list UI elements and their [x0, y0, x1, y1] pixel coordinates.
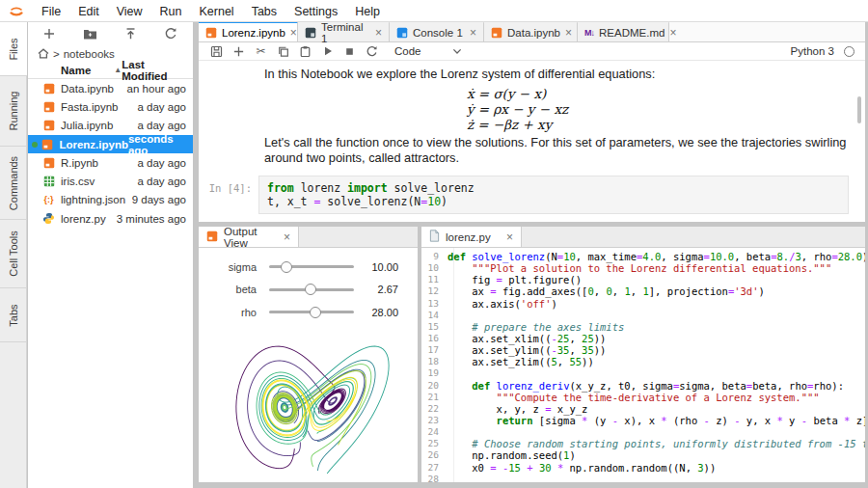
- tab-readme-md[interactable]: M↓README.md×: [578, 21, 669, 41]
- file-modified: a day ago: [137, 120, 186, 131]
- restart-kernel-button[interactable]: [365, 44, 379, 59]
- tab-output-view[interactable]: Output View ×: [199, 227, 299, 247]
- paste-cells-button[interactable]: [298, 44, 312, 59]
- sidebar-tab-cell-tools[interactable]: Cell Tools: [0, 220, 26, 288]
- slider-track[interactable]: [269, 311, 354, 313]
- tab-console-1[interactable]: Console 1×: [390, 21, 484, 41]
- stop-kernel-button[interactable]: [342, 44, 357, 59]
- kernel-name[interactable]: Python 3: [791, 45, 834, 57]
- editor-line[interactable]: 11 fig = plt.figure(): [421, 274, 865, 285]
- editor-line[interactable]: 24: [421, 426, 865, 438]
- sidebar-tab-running[interactable]: Running: [0, 76, 26, 147]
- breadcrumb-folder[interactable]: notebooks: [64, 48, 115, 60]
- editor-line[interactable]: 21 """Compute the time-derivative of a L…: [421, 392, 865, 403]
- slider-track[interactable]: [269, 288, 354, 291]
- cut-cells-button[interactable]: ✂: [254, 44, 268, 59]
- close-icon[interactable]: ×: [565, 27, 572, 39]
- tab-lorenz-ipynb[interactable]: Lorenz.ipynb×: [199, 21, 298, 41]
- run-cell-button[interactable]: [320, 44, 335, 59]
- refresh-button[interactable]: [162, 25, 179, 42]
- close-icon[interactable]: ×: [470, 27, 476, 39]
- file-browser: > notebooks Name ▲ Last Modified Data.ip…: [28, 22, 193, 488]
- editor-line[interactable]: 10 """Plot a solution to the Lorenz diff…: [421, 262, 865, 274]
- line-number: 23: [421, 415, 448, 426]
- home-icon[interactable]: [38, 48, 49, 59]
- editor-line[interactable]: 14: [421, 310, 865, 321]
- file-row[interactable]: Fasta.ipynba day ago: [28, 97, 193, 116]
- tab-terminal-1[interactable]: Terminal 1×: [298, 21, 390, 41]
- tab-data-ipynb[interactable]: Data.ipynb×: [484, 21, 578, 41]
- editor-line[interactable]: 28: [421, 474, 865, 482]
- slider-handle[interactable]: [281, 261, 292, 273]
- menu-view[interactable]: View: [108, 5, 151, 18]
- file-row[interactable]: iris.csva day ago: [28, 172, 193, 190]
- editor-content[interactable]: 9def solve_lorenz(N=10, max_time=4.0, si…: [421, 248, 865, 482]
- kernel-status-icon[interactable]: [844, 46, 854, 57]
- line-number: 26: [421, 449, 448, 461]
- editor-line[interactable]: 16 ax.set_xlim((-25, 25)): [421, 333, 865, 344]
- close-icon[interactable]: ×: [290, 27, 297, 39]
- file-row[interactable]: Lorenz.ipynbseconds ago: [28, 135, 193, 153]
- line-number: 28: [421, 474, 448, 482]
- markdown-paragraph: Let's call the function once to view the…: [264, 135, 849, 165]
- menu-file[interactable]: File: [33, 5, 69, 18]
- close-icon[interactable]: ×: [506, 230, 513, 244]
- notebook-file-icon: [41, 119, 56, 132]
- upload-button[interactable]: [122, 25, 139, 42]
- slider-track[interactable]: [269, 265, 354, 268]
- line-number: 9: [421, 251, 448, 262]
- save-button[interactable]: [209, 44, 224, 59]
- cell-type-dropdown[interactable]: Code: [394, 45, 421, 57]
- file-name: Lorenz.ipynb: [59, 139, 128, 150]
- code-editor[interactable]: 9def solve_lorenz(N=10, max_time=4.0, si…: [421, 248, 865, 482]
- menu-run[interactable]: Run: [151, 5, 191, 18]
- file-row[interactable]: {:}lightning.json9 days ago: [28, 191, 193, 209]
- editor-line[interactable]: 20 def lorenz_deriv(x_y_z, t0, sigma=sig…: [421, 380, 865, 392]
- file-row[interactable]: R.ipynba day ago: [28, 153, 193, 172]
- editor-line[interactable]: 17 ax.set_ylim((-35, 35)): [421, 344, 865, 356]
- slider-handle[interactable]: [310, 307, 321, 318]
- sort-ascending-icon[interactable]: ▲: [114, 66, 122, 74]
- editor-line[interactable]: 23 return [sigma * (y - x), x * (rho - z…: [421, 415, 865, 426]
- close-icon[interactable]: ×: [669, 27, 676, 39]
- menu-tabs[interactable]: Tabs: [243, 5, 285, 18]
- add-cell-button[interactable]: [231, 44, 246, 59]
- editor-line[interactable]: 9def solve_lorenz(N=10, max_time=4.0, si…: [421, 251, 865, 262]
- output-view-tab-bar: Output View ×: [199, 227, 418, 248]
- menu-edit[interactable]: Edit: [69, 5, 108, 18]
- editor-line[interactable]: 13 ax.axis('off'): [421, 298, 865, 310]
- editor-line[interactable]: 22 x, y, z = x_y_z: [421, 403, 865, 415]
- editor-line[interactable]: 19: [421, 367, 865, 379]
- slider-handle[interactable]: [305, 284, 316, 295]
- tab-label: README.md: [599, 27, 665, 39]
- editor-line[interactable]: 15 # prepare the axes limits: [421, 321, 865, 333]
- cell-editor[interactable]: from lorenz import solve_lorenzt, x_t = …: [258, 176, 849, 214]
- file-row[interactable]: lorenz.py3 minutes ago: [28, 209, 193, 228]
- menu-settings[interactable]: Settings: [285, 5, 346, 18]
- menu-help[interactable]: Help: [346, 5, 389, 18]
- notebook-toolbar: ✂ Code Python 3: [199, 42, 865, 61]
- column-last-modified[interactable]: Last Modified: [122, 59, 186, 82]
- notebook-scrollbar[interactable]: [857, 96, 861, 123]
- close-icon[interactable]: ×: [284, 230, 290, 244]
- editor-line[interactable]: 18 ax.set_zlim((5, 55)): [421, 356, 865, 367]
- sidebar-tab-tabs[interactable]: Tabs: [0, 288, 26, 342]
- close-icon[interactable]: ×: [375, 27, 382, 39]
- slider-value: 28.00: [371, 307, 398, 318]
- menu-kernel[interactable]: Kernel: [191, 5, 243, 18]
- editor-line[interactable]: 26 np.random.seed(1): [421, 449, 865, 461]
- sidebar-tab-files[interactable]: Files: [0, 22, 27, 76]
- editor-line[interactable]: 12 ax = fig.add_axes([0, 0, 1, 1], proje…: [421, 285, 865, 297]
- column-name[interactable]: Name: [61, 65, 91, 76]
- sidebar-tab-commands[interactable]: Commands: [0, 147, 26, 220]
- tab-lorenz-py[interactable]: lorenz.py ×: [421, 227, 522, 247]
- new-launcher-button[interactable]: [41, 25, 58, 42]
- editor-line[interactable]: 27 x0 = -15 + 30 * np.random.random((N, …: [421, 462, 865, 474]
- editor-line[interactable]: 25 # Choose random starting points, unif…: [421, 438, 865, 449]
- copy-cells-button[interactable]: [276, 44, 290, 59]
- code-cell[interactable]: In [4]: from lorenz import solve_lorenzt…: [199, 176, 849, 214]
- file-row[interactable]: Data.ipynban hour ago: [28, 79, 193, 97]
- notebook-panel: In this Notebook we explore the Lorenz s…: [199, 61, 865, 222]
- new-folder-button[interactable]: [81, 25, 98, 42]
- chevron-down-icon[interactable]: [452, 48, 462, 55]
